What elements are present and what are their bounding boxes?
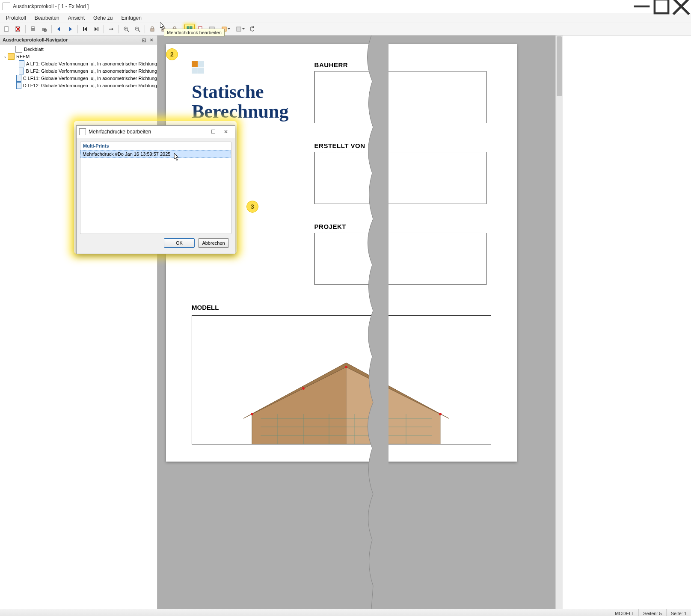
svg-rect-14: [83, 27, 84, 31]
navigator-header: Ausdruckprotokoll-Navigator ◱ ✕: [0, 36, 157, 44]
tree-item[interactable]: A LF1: Globale Verformungen |u|, In axon…: [0, 60, 157, 67]
status-bar: MODELL Seiten: 5 Seite: 1: [0, 609, 691, 616]
close-button[interactable]: [671, 0, 691, 13]
section-projekt: PROJEKT: [314, 223, 491, 285]
svg-marker-18: [112, 28, 113, 30]
dialog-listbox[interactable]: Mehrfachdruck #Do Jan 16 13:59:57 2025: [80, 150, 231, 234]
tool-refresh[interactable]: [247, 24, 257, 34]
menu-bearbeiten[interactable]: Bearbeiten: [30, 14, 64, 22]
menu-einfuegen[interactable]: Einfügen: [117, 14, 145, 22]
menu-gehezu[interactable]: Gehe zu: [89, 14, 117, 22]
img-icon: [16, 82, 21, 89]
tool-next[interactable]: [65, 24, 75, 34]
tree-item-label: A LF1: Globale Verformungen |u|, In axon…: [26, 61, 157, 66]
tree-item[interactable]: C LF11: Globale Verformungen |u|, In axo…: [0, 74, 157, 82]
separator: [104, 25, 104, 33]
dialog-maximize-button[interactable]: ☐: [207, 127, 219, 137]
doc-title: Statische Berechnung: [192, 82, 289, 121]
callout-2: 2: [166, 48, 178, 60]
tool-zoom-in[interactable]: [121, 24, 131, 34]
svg-marker-12: [57, 27, 60, 31]
model-graphic: [218, 341, 475, 444]
svg-rect-9: [32, 27, 34, 28]
tree-item[interactable]: ⌄RFEM: [0, 53, 157, 60]
app-icon: [3, 3, 10, 10]
svg-marker-13: [69, 27, 72, 31]
navigator-panel: Ausdruckprotokoll-Navigator ◱ ✕ Deckblat…: [0, 36, 157, 609]
menu-protokoll[interactable]: Protokoll: [2, 14, 30, 22]
list-item[interactable]: Mehrfachdruck #Do Jan 16 13:59:57 2025: [80, 150, 231, 158]
dialog-group: Multi-Prints Mehrfachdruck #Do Jan 16 13…: [80, 142, 231, 234]
tool-export3[interactable]: [232, 24, 246, 34]
minimize-button[interactable]: [632, 0, 652, 13]
tree-item-label: C LF11: Globale Verformungen |u|, In axo…: [23, 76, 157, 81]
dialog-multi-print: Mehrfachdrucke bearbeiten — ☐ ✕ Multi-Pr…: [76, 125, 235, 254]
svg-rect-16: [98, 27, 98, 31]
navigator-close-icon[interactable]: ✕: [148, 37, 154, 43]
tool-goto[interactable]: [106, 24, 116, 34]
svg-rect-4: [5, 27, 8, 32]
navigator-float-icon[interactable]: ◱: [141, 37, 147, 43]
tree-item[interactable]: D LF12: Globale Verformungen |u|, In axo…: [0, 82, 157, 89]
maximize-button[interactable]: [652, 0, 671, 13]
svg-line-20: [127, 30, 129, 32]
separator: [51, 25, 52, 33]
cancel-button[interactable]: Abbrechen: [198, 238, 229, 248]
dialog-icon: [79, 128, 86, 135]
toolbar: PDF: [0, 23, 691, 36]
tool-last[interactable]: [91, 24, 101, 34]
status-seiten: Seiten: 5: [639, 609, 666, 616]
svg-rect-1: [655, 0, 668, 13]
dialog-minimize-button[interactable]: —: [194, 127, 207, 137]
tool-new[interactable]: [2, 24, 12, 34]
separator: [119, 25, 119, 33]
status-modell: MODELL: [611, 609, 639, 616]
separator: [77, 25, 78, 33]
dialog-close-button[interactable]: ✕: [219, 127, 232, 137]
section-modell: MODELL: [192, 304, 491, 444]
svg-rect-38: [237, 27, 241, 31]
svg-marker-41: [252, 367, 346, 444]
tree-item-label: RFEM: [16, 54, 30, 59]
logo-icon: [192, 61, 289, 74]
title-bar: Ausdruckprotokoll - [ 1 - Ex Mod ]: [0, 0, 691, 13]
section-bauherr: BAUHERR: [314, 61, 491, 123]
tool-prev[interactable]: [54, 24, 64, 34]
tool-print-preview[interactable]: [39, 24, 49, 34]
tool-zoom-out[interactable]: [132, 24, 142, 34]
section-modell-label: MODELL: [192, 304, 491, 311]
doc-icon: [15, 46, 22, 53]
svg-marker-17: [95, 27, 97, 31]
tool-first[interactable]: [80, 24, 90, 34]
svg-point-53: [251, 413, 253, 415]
svg-rect-8: [31, 28, 35, 31]
ok-button[interactable]: OK: [164, 238, 195, 248]
menu-bar: Protokoll Bearbeiten Ansicht Gehe zu Ein…: [0, 13, 691, 23]
dialog-group-label: Multi-Prints: [80, 142, 231, 150]
tree-item-label: B LF2: Globale Verformungen |u|, In axon…: [26, 68, 157, 74]
svg-point-55: [439, 413, 442, 415]
img-icon: [19, 60, 24, 67]
separator: [25, 25, 26, 33]
tooltip: Mehrfachdruck bearbeiten: [164, 29, 225, 36]
separator: [145, 25, 145, 33]
tool-print[interactable]: [28, 24, 38, 34]
window-title: Ausdruckprotokoll - [ 1 - Ex Mod ]: [13, 3, 89, 9]
tree-item-label: Deckblatt: [24, 47, 44, 52]
fld-icon: [8, 53, 15, 60]
tree-item[interactable]: B LF2: Globale Verformungen |u|, In axon…: [0, 67, 157, 74]
preview-area: Statische Berechnung BAUHERR ERSTELLT VO…: [157, 36, 691, 609]
tree-item[interactable]: Deckblatt: [0, 45, 157, 53]
torn-edge: [354, 36, 389, 609]
tool-lock1[interactable]: [147, 24, 157, 34]
img-icon: [19, 68, 24, 74]
preview-scrollbar[interactable]: [555, 36, 563, 609]
img-icon: [16, 75, 21, 82]
tree-item-label: D LF12: Globale Verformungen |u|, In axo…: [23, 83, 157, 88]
dialog-titlebar: Mehrfachdrucke bearbeiten — ☐ ✕: [77, 126, 235, 138]
menu-ansicht[interactable]: Ansicht: [64, 14, 89, 22]
svg-marker-15: [84, 27, 87, 31]
tool-delete[interactable]: [13, 24, 23, 34]
status-seite: Seite: 1: [667, 609, 691, 616]
section-projekt-label: PROJEKT: [314, 223, 491, 230]
